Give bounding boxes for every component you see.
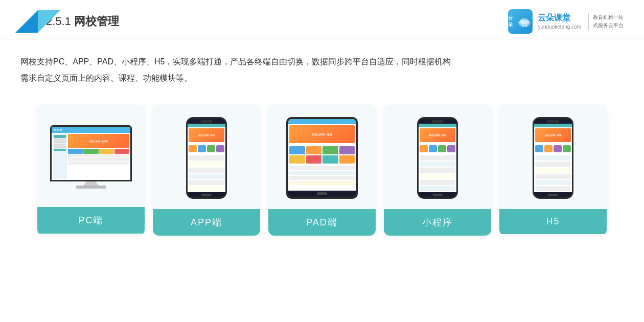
- monitor-stand: [83, 181, 99, 186]
- desc-line1: 网校支持PC、APP、PAD、小程序、H5，实现多端打通，产品各终端自由切换，数…: [20, 54, 624, 70]
- card-miniprogram-label: 小程序: [384, 209, 491, 236]
- slogan-line2: 式服务云平台: [593, 21, 624, 30]
- card-pad-label: PAD端: [268, 209, 376, 236]
- description-text: 网校支持PC、APP、PAD、小程序、H5，实现多端打通，产品各终端自由切换，数…: [0, 39, 644, 95]
- card-app: 轻进入的第一堂课: [153, 105, 260, 236]
- miniprogram-phone: 轻进入的第一堂课: [417, 117, 458, 199]
- monitor-base: [76, 186, 106, 189]
- brand-logo: 云朵 云朵课堂 yunduoketang.com 教育机构一站 式服务云平台: [508, 9, 624, 34]
- card-h5-image: 轻进入的第一堂课: [499, 105, 607, 209]
- monitor-screen: 轻进入的第一堂课课: [50, 125, 132, 181]
- svg-text:云朵: 云朵: [521, 24, 528, 27]
- app-phone: 轻进入的第一堂课: [186, 117, 227, 199]
- card-miniprogram: 轻进入的第一堂课: [384, 105, 491, 236]
- h5-phone: 轻进入的第一堂课: [533, 117, 573, 199]
- pc-monitor: 轻进入的第一堂课课: [50, 125, 132, 189]
- card-pc-label: PC端: [37, 207, 145, 234]
- logo-icon: [15, 10, 38, 33]
- cards-container: 轻进入的第一堂课课: [0, 95, 644, 251]
- brand-name: 云朵课堂: [538, 13, 581, 24]
- card-pad-image: 轻进入的第一堂课: [268, 105, 376, 209]
- card-pad: 轻进入的第一堂课: [268, 105, 376, 236]
- card-h5-label: H5: [499, 209, 607, 234]
- section-title: 网校管理: [74, 15, 119, 28]
- card-h5: 轻进入的第一堂课: [499, 105, 607, 236]
- card-pc: 轻进入的第一堂课课: [37, 105, 145, 236]
- brand-icon: 云朵: [508, 9, 533, 34]
- card-pc-image: 轻进入的第一堂课课: [37, 105, 145, 207]
- brand-text: 云朵课堂 yunduoketang.com: [538, 13, 581, 30]
- card-miniprogram-image: 轻进入的第一堂课: [384, 105, 491, 209]
- card-app-label: APP端: [153, 209, 260, 236]
- card-app-image: 轻进入的第一堂课: [153, 105, 260, 209]
- desc-line2: 需求自定义页面上的内容、课程、功能模块等。: [20, 70, 624, 86]
- brand-slogan: 教育机构一站 式服务云平台: [588, 13, 624, 30]
- pad-device: 轻进入的第一堂课: [286, 117, 358, 199]
- slogan-line1: 教育机构一站: [593, 13, 624, 21]
- header-left: 2.5.1 网校管理: [15, 10, 119, 33]
- page-header: 2.5.1 网校管理 云朵 云朵课堂 yunduoketang.com 教育机构…: [0, 0, 644, 39]
- brand-url: yunduoketang.com: [538, 24, 581, 30]
